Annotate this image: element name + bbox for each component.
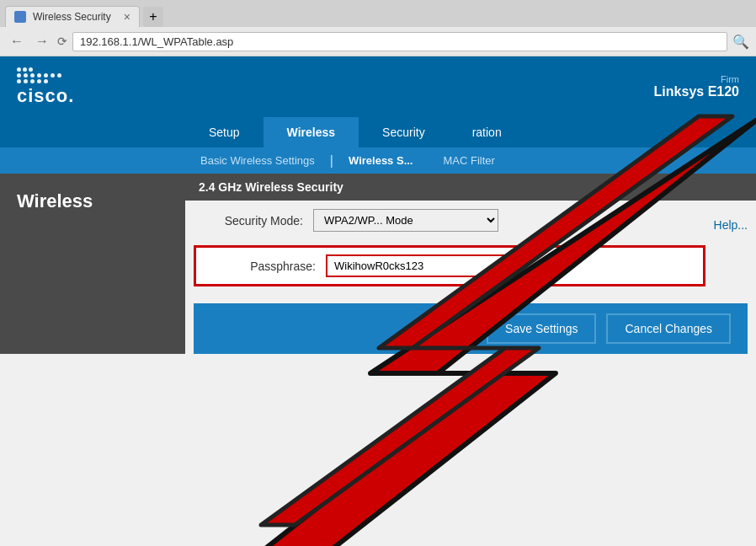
browser-chrome: Wireless Security × + ← → ⟳ 🔍 (0, 0, 756, 56)
tab-administration[interactable]: ration (449, 117, 525, 147)
cisco-dot (23, 67, 27, 72)
security-mode-label: Security Mode: (194, 214, 303, 228)
save-settings-button[interactable]: Save Settings (487, 313, 596, 344)
forward-button[interactable]: → (32, 32, 52, 51)
refresh-button[interactable]: ⟳ (57, 35, 67, 48)
sub-tab-wireless-security[interactable]: Wireless S... (333, 147, 428, 174)
section-header: 2.4 GHz Wireless Security (185, 174, 756, 201)
cisco-dot (17, 79, 21, 83)
cisco-dot (17, 73, 21, 78)
cisco-dot (51, 73, 55, 78)
sub-tab-mac-filter[interactable]: MAC Filter (428, 147, 509, 174)
cisco-dot (24, 79, 28, 83)
tab-bar: Wireless Security × + (0, 0, 756, 27)
cisco-dots (17, 67, 74, 72)
passphrase-label: Passphrase: (206, 260, 316, 273)
cisco-dot (30, 79, 35, 83)
security-mode-row: Security Mode: WPA2/WP... Mode (194, 209, 705, 232)
cisco-dot-row-1 (17, 67, 33, 72)
security-mode-select[interactable]: WPA2/WP... Mode (313, 209, 498, 232)
new-tab-button[interactable]: + (143, 7, 163, 27)
cisco-dot (30, 73, 35, 78)
sidebar-title: Wireless (17, 190, 93, 212)
content-area: Wireless 2.4 GHz Wireless Security Secur… (0, 174, 756, 354)
form-inner: Security Mode: WPA2/WP... Mode Passphras… (194, 209, 748, 295)
firmware-label: Firm (654, 74, 739, 84)
form-left: Security Mode: WPA2/WP... Mode Passphras… (194, 209, 705, 295)
search-icon: 🔍 (732, 34, 749, 50)
cisco-logo: cisco. (17, 67, 74, 107)
tab-wireless[interactable]: Wireless (264, 117, 359, 147)
model-name: Linksys E120 (654, 84, 739, 99)
tab-setup[interactable]: Setup (185, 117, 264, 147)
help-link[interactable]: Help... (714, 218, 748, 232)
cisco-right-info: Firm Linksys E120 (654, 74, 739, 99)
sub-tab-basic[interactable]: Basic Wireless Settings (185, 147, 330, 174)
address-bar-input[interactable] (72, 32, 727, 51)
cisco-dot (29, 67, 33, 72)
back-button[interactable]: ← (7, 32, 27, 51)
cisco-dots-3 (17, 79, 74, 83)
cisco-header: cisco. Firm Linksys E120 (0, 56, 756, 117)
active-tab[interactable]: Wireless Security × (5, 6, 140, 27)
cisco-dot (57, 73, 61, 78)
passphrase-input[interactable] (326, 254, 511, 277)
cisco-dots-2 (17, 73, 74, 78)
main-nav: Setup Wireless Security ration (0, 117, 756, 147)
main-content: 2.4 GHz Wireless Security Security Mode:… (185, 174, 756, 354)
tab-security[interactable]: Security (359, 117, 449, 147)
cisco-logo-text: cisco. (17, 85, 74, 107)
form-container: Security Mode: WPA2/WP... Mode Passphras… (185, 201, 756, 303)
cisco-dot (37, 79, 41, 83)
cisco-dot (37, 73, 41, 78)
cisco-dot (44, 79, 48, 83)
passphrase-highlight-row: Passphrase: (194, 245, 705, 286)
sub-nav: Basic Wireless Settings | Wireless S... … (0, 147, 756, 174)
tab-favicon (14, 11, 26, 23)
cisco-dot (44, 73, 48, 78)
left-sidebar: Wireless (0, 174, 185, 354)
address-bar-row: ← → ⟳ 🔍 (0, 27, 756, 56)
cisco-dot (24, 73, 28, 78)
cisco-dot (17, 67, 21, 72)
tab-close-button[interactable]: × (124, 10, 130, 24)
help-area: Help... (714, 209, 748, 295)
tab-title: Wireless Security (33, 11, 117, 23)
buttons-area: Save Settings Cancel Changes (194, 303, 748, 354)
section-title: 2.4 GHz Wireless Security (199, 180, 343, 194)
router-ui: cisco. Firm Linksys E120 Setup Wireless … (0, 56, 756, 546)
cancel-changes-button[interactable]: Cancel Changes (606, 313, 731, 344)
